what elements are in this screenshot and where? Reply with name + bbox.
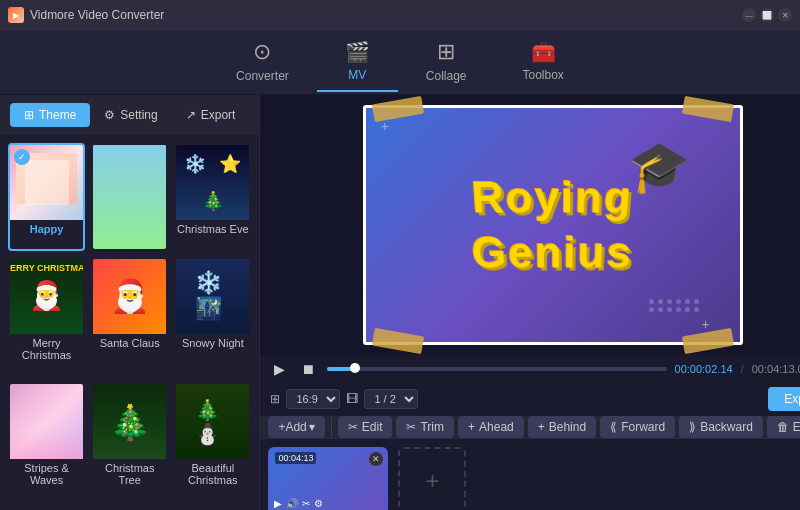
right-panel: + Roying Genius 🎓 + ▶ [260, 95, 800, 510]
window-controls: — ⬜ ✕ [742, 8, 792, 22]
aspect-ratio-select[interactable]: 16:9 4:3 1:1 [286, 389, 340, 409]
add-clip-button[interactable]: + [398, 447, 466, 510]
theme-label-snowy-night: Snowy Night [176, 334, 249, 352]
theme-item-current[interactable]: ✓ Happy [8, 143, 85, 251]
edit-button[interactable]: ✂ Edit [338, 416, 393, 438]
plus-icon-br: + [701, 316, 709, 332]
converter-icon: ⊙ [253, 39, 271, 65]
title-bar: ▶ Vidmore Video Converter — ⬜ ✕ [0, 0, 800, 30]
progress-bar[interactable] [327, 367, 666, 371]
timeline: ✕ 00:04:13 ▶ 🔊 ✂ ⚙ + 1 / 1 [260, 438, 800, 510]
title-bar-left: ▶ Vidmore Video Converter [8, 7, 164, 23]
export-button[interactable]: Export [768, 387, 800, 411]
add-dropdown-icon: ▾ [309, 420, 315, 434]
video-title-line2: Genius [470, 227, 635, 276]
theme-tab-label: Theme [39, 108, 76, 122]
empty-button[interactable]: 🗑 Empty [767, 416, 800, 438]
theme-item-santa-claus[interactable]: 🎅 Santa Claus [91, 257, 168, 377]
aspect-export-row: ⊞ 16:9 4:3 1:1 🎞 1 / 2 Export [260, 383, 800, 415]
ahead-icon: + [468, 420, 475, 434]
page-select[interactable]: 1 / 2 [364, 389, 418, 409]
tab-theme[interactable]: ⊞ Theme [10, 103, 90, 127]
play-button[interactable]: ▶ [270, 359, 289, 379]
add-icon: + [278, 420, 285, 434]
clip-audio-icon[interactable]: 🔊 [286, 498, 298, 509]
main-content: ⊞ Theme ⚙ Setting ↗ Export [0, 95, 800, 510]
time-separator: / [741, 363, 744, 375]
left-tab-bar: ⊞ Theme ⚙ Setting ↗ Export [0, 95, 259, 135]
forward-button[interactable]: ⟪ Forward [600, 416, 675, 438]
app-icon: ▶ [8, 7, 24, 23]
behind-button[interactable]: + Behind [528, 416, 596, 438]
time-total: 00:04:13.03 [752, 363, 800, 375]
theme-label-merry-christmas: Merry Christmas [10, 334, 83, 364]
ahead-button[interactable]: + Ahead [458, 416, 524, 438]
theme-thumb-simple [93, 145, 166, 220]
tab-export[interactable]: ↗ Export [172, 103, 250, 127]
backward-label: Backward [700, 420, 753, 434]
theme-grid: ✓ Happy Simple ❄️ ⭐ 🎄 Christmas Eve [0, 135, 259, 510]
theme-label-christmas-eve: Christmas Eve [176, 220, 249, 238]
app-title: Vidmore Video Converter [30, 8, 164, 22]
clip-playback-controls: ▶ 🔊 ✂ ⚙ [274, 498, 323, 509]
maximize-button[interactable]: ⬜ [760, 8, 774, 22]
trim-label: Trim [420, 420, 444, 434]
nav-mv[interactable]: 🎬 MV [317, 32, 398, 92]
theme-label-christmas-tree: Christmas Tree [93, 459, 166, 489]
separator-1 [331, 417, 332, 437]
clip-play-icon[interactable]: ▶ [274, 498, 282, 509]
setting-tab-icon: ⚙ [104, 108, 115, 122]
theme-label-stripes-waves: Stripes & Waves [10, 459, 83, 489]
theme-item-simple[interactable]: Simple [91, 143, 168, 251]
theme-label-happy: Happy [10, 220, 83, 238]
bottom-toolbar: + Add ▾ ✂ Edit ✂ Trim + Ahead + Behind [260, 415, 800, 438]
nav-converter[interactable]: ⊙ Converter [208, 31, 317, 93]
behind-label: Behind [549, 420, 586, 434]
nav-collage[interactable]: ⊞ Collage [398, 31, 495, 93]
video-frame: + Roying Genius 🎓 + [363, 105, 743, 345]
empty-label: Empty [793, 420, 800, 434]
nav-collage-label: Collage [426, 69, 467, 83]
theme-item-beautiful-christmas[interactable]: 🎄⛄ Beautiful Christmas [174, 382, 251, 502]
theme-item-merry-christmas[interactable]: MERRY CHRISTMAS 🎅 Merry Christmas [8, 257, 85, 377]
edit-icon: ✂ [348, 420, 358, 434]
timeline-clip[interactable]: ✕ 00:04:13 ▶ 🔊 ✂ ⚙ [268, 447, 388, 510]
export-tab-icon: ↗ [186, 108, 196, 122]
setting-tab-label: Setting [120, 108, 157, 122]
video-display: + Roying Genius 🎓 + [363, 105, 743, 345]
progress-thumb[interactable] [350, 363, 360, 373]
forward-label: Forward [621, 420, 665, 434]
theme-item-stripes-waves[interactable]: Stripes & Waves [8, 382, 85, 502]
video-text-overlay: Roying Genius [472, 173, 633, 278]
backward-button[interactable]: ⟫ Backward [679, 416, 763, 438]
stop-button[interactable]: ⏹ [297, 359, 319, 379]
theme-label-santa-claus: Santa Claus [93, 334, 166, 352]
export-tab-label: Export [201, 108, 236, 122]
time-elapsed: 00:00:02.14 [675, 363, 733, 375]
dots-decoration [649, 299, 700, 312]
aspect-icon: ⊞ [270, 392, 280, 406]
nav-toolbox[interactable]: 🧰 Toolbox [495, 32, 592, 92]
trim-icon: ✂ [406, 420, 416, 434]
theme-item-christmas-eve[interactable]: ❄️ ⭐ 🎄 Christmas Eve [174, 143, 251, 251]
close-button[interactable]: ✕ [778, 8, 792, 22]
ahead-label: Ahead [479, 420, 514, 434]
clip-cut-icon[interactable]: ✂ [302, 498, 310, 509]
theme-item-christmas-tree[interactable]: 🎄 Christmas Tree [91, 382, 168, 502]
forward-icon: ⟪ [610, 420, 617, 434]
theme-selected-check: ✓ [14, 149, 30, 165]
mv-icon: 🎬 [345, 40, 370, 64]
trim-button[interactable]: ✂ Trim [396, 416, 454, 438]
nav-toolbox-label: Toolbox [523, 68, 564, 82]
backward-icon: ⟫ [689, 420, 696, 434]
minimize-button[interactable]: — [742, 8, 756, 22]
add-label: Add [285, 420, 306, 434]
tab-setting[interactable]: ⚙ Setting [90, 103, 171, 127]
add-button[interactable]: + Add ▾ [268, 416, 324, 438]
theme-item-snowy-night[interactable]: ❄️🌃 Snowy Night [174, 257, 251, 377]
clip-settings-icon[interactable]: ⚙ [314, 498, 323, 509]
add-clip-icon: + [425, 467, 439, 495]
behind-icon: + [538, 420, 545, 434]
top-nav: ⊙ Converter 🎬 MV ⊞ Collage 🧰 Toolbox [0, 30, 800, 95]
theme-thumb-christmas-eve: ❄️ ⭐ 🎄 [176, 145, 249, 220]
